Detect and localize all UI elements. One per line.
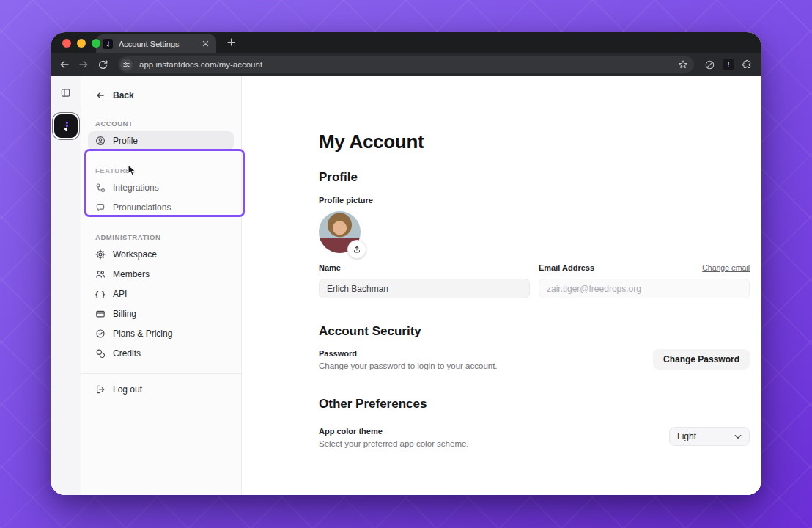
forward-nav-icon[interactable] [75,56,92,73]
credit-card-icon [95,309,106,319]
theme-row: App color theme Select your preferred ap… [319,427,750,448]
theme-select-value: Light [677,431,696,441]
email-label: Email Address [539,263,594,272]
chevron-down-icon [734,434,742,439]
maximize-window-button[interactable] [92,39,100,48]
reload-icon[interactable] [95,56,111,73]
browser-window: Account Settings [51,32,761,495]
change-password-button[interactable]: Change Password [653,349,750,370]
preferences-heading: Other Preferences [319,397,750,411]
sidebar-item-integrations[interactable]: Integrations [88,178,234,197]
new-tab-button[interactable] [225,36,237,48]
sidebar-item-workspace[interactable]: Workspace [88,245,234,264]
address-bar[interactable]: app.instantdocs.com/my-account [118,56,694,73]
sidebar-item-label: Integrations [113,183,159,193]
back-button[interactable]: Back [81,84,241,107]
sidebar-item-plans-pricing[interactable]: Plans & Pricing [88,324,234,343]
name-label: Name [319,263,341,272]
sidebar-divider [81,111,241,111]
section-label-account: ACCOUNT [95,120,226,128]
instantdocs-app-icon[interactable] [54,114,78,138]
url-text: app.instantdocs.com/my-account [139,60,671,69]
profile-picture-label: Profile picture [319,196,750,205]
logout-button[interactable]: Log out [88,380,234,399]
integrations-icon [95,183,106,193]
settings-main: My Account Profile Profile picture Name [242,76,761,495]
tab-title: Account Settings [119,40,194,48]
bookmark-star-icon[interactable] [678,59,688,70]
theme-select[interactable]: Light [669,427,750,446]
site-settings-icon[interactable] [120,59,133,71]
window-controls [62,39,100,48]
section-label-features: FEATURES [95,166,226,175]
extensions-puzzle-icon[interactable] [742,59,753,70]
sidebar-item-label: Pronunciations [113,202,171,213]
sidebar-item-api[interactable]: { } API [88,285,234,304]
user-circle-icon [95,136,106,146]
avatar-wrap [319,211,367,253]
password-description: Change your password to login to your ac… [319,362,498,370]
logout-label: Log out [113,384,142,395]
settings-sidebar: Back ACCOUNT Profile FEATURES Integratio… [81,76,242,495]
sidebar-item-label: Profile [113,136,138,146]
tab-strip: Account Settings [51,32,761,53]
email-input [539,279,750,298]
coins-icon [95,348,106,359]
profile-fields: Name Email Address Change email [319,263,750,298]
toolbar-extensions [704,59,753,70]
sidebar-divider [81,373,241,374]
icon-rail [51,76,81,495]
section-label-administration: ADMINISTRATION [95,233,226,241]
speech-bubble-icon [95,202,106,213]
profile-heading: Profile [319,170,750,185]
theme-label: App color theme [319,427,469,436]
content-blocked-icon[interactable] [704,59,715,70]
close-window-button[interactable] [62,39,71,48]
name-input[interactable] [319,279,530,298]
sidebar-toggle-icon[interactable] [59,85,73,100]
upload-avatar-button[interactable] [347,240,366,259]
logout-icon [95,384,106,395]
badge-check-icon [95,329,106,339]
sidebar-item-label: Plans & Pricing [113,329,172,339]
code-braces-icon: { } [95,289,106,299]
users-icon [95,269,106,279]
sidebar-item-profile[interactable]: Profile [88,131,234,150]
password-row: Password Change your password to login t… [319,349,750,370]
instantdocs-extension-icon[interactable] [723,59,734,70]
desktop-background: Account Settings [0,0,812,528]
change-email-link[interactable]: Change email [702,263,750,272]
sidebar-item-billing[interactable]: Billing [88,304,234,323]
back-nav-icon[interactable] [56,56,73,73]
tab-favicon-icon [103,39,113,49]
gear-icon [95,249,106,260]
password-label: Password [319,349,498,358]
security-heading: Account Security [319,324,750,339]
sidebar-item-label: Billing [113,309,136,319]
sidebar-item-credits[interactable]: Credits [88,344,234,363]
sidebar-item-pronunciations[interactable]: Pronunciations [88,198,234,217]
app-content: Back ACCOUNT Profile FEATURES Integratio… [51,76,761,495]
theme-description: Select your preferred app color scheme. [319,439,469,448]
browser-tab[interactable]: Account Settings [96,34,216,53]
tab-close-icon[interactable] [200,39,210,49]
browser-toolbar: app.instantdocs.com/my-account [51,53,761,76]
sidebar-item-members[interactable]: Members [88,265,234,284]
sidebar-item-label: Workspace [113,249,157,260]
sidebar-item-label: API [113,289,127,299]
page-title: My Account [319,131,750,153]
sidebar-item-label: Credits [113,348,141,359]
back-label: Back [113,90,134,100]
sidebar-item-label: Members [113,269,150,279]
minimize-window-button[interactable] [77,39,86,48]
